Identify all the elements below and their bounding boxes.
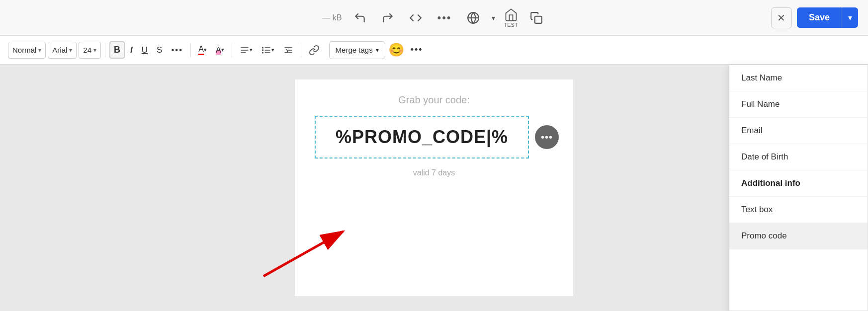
link-button[interactable]: [305, 42, 323, 58]
grab-text: Grab your code:: [398, 94, 469, 106]
dots-label: •••: [171, 45, 183, 55]
toolbar-right-actions: ✕ Save ▾: [771, 7, 858, 28]
dropdown-item-full-name[interactable]: Full Name: [729, 91, 868, 118]
divider-4: [301, 43, 301, 57]
highlight-icon: A: [216, 46, 221, 55]
more-options-button[interactable]: •••: [434, 8, 454, 27]
date-of-birth-label: Date of Birth: [741, 152, 788, 162]
save-button-wrapper: Save ▾: [797, 7, 858, 28]
size-label: 24: [83, 46, 91, 54]
divider-1: [105, 43, 105, 57]
dropdown-item-text-box[interactable]: Text box: [729, 197, 868, 223]
list-icon: [261, 45, 271, 55]
valid-text: valid 7 days: [413, 168, 455, 177]
indent-button[interactable]: [280, 43, 297, 58]
underline-label: U: [142, 45, 148, 55]
more-format-button[interactable]: •••: [168, 43, 186, 58]
save-button[interactable]: Save: [797, 7, 842, 28]
align-button[interactable]: ▾: [236, 43, 256, 58]
bold-label: B: [114, 45, 120, 55]
highlight-button[interactable]: A ▾: [212, 43, 228, 57]
svg-rect-2: [534, 16, 541, 23]
svg-point-9: [262, 47, 263, 48]
dropdown-item-additional-info[interactable]: Additional info: [729, 170, 868, 197]
close-button[interactable]: ✕: [771, 7, 792, 28]
svg-point-10: [262, 50, 263, 51]
style-select[interactable]: Normal ▾: [8, 42, 46, 59]
dropdown-item-email[interactable]: Email: [729, 118, 868, 144]
globe-button[interactable]: [464, 8, 483, 27]
dropdown-item-last-name[interactable]: Last Name: [729, 65, 868, 91]
text-box-label: Text box: [741, 205, 773, 215]
list-button[interactable]: ▾: [258, 43, 278, 58]
font-color-icon: A: [198, 45, 204, 55]
promo-code-label: Promo code: [741, 231, 787, 241]
font-color-button[interactable]: A ▾: [195, 42, 210, 58]
test-label: TEST: [504, 22, 518, 28]
promo-code-text: %PROMO_CODE|%: [336, 127, 508, 148]
size-select[interactable]: 24 ▾: [79, 42, 101, 59]
strike-label: S: [157, 45, 162, 55]
divider-2: [190, 43, 191, 57]
align-chevron: ▾: [250, 47, 253, 53]
editor-canvas: Grab your code: %PROMO_CODE|% ••• valid …: [295, 79, 573, 296]
more-dots-icon: •••: [541, 132, 553, 143]
italic-button[interactable]: I: [127, 43, 136, 58]
bold-button[interactable]: B: [109, 41, 125, 59]
merge-tags-dropdown: Last Name Full Name Email Date of Birth …: [729, 65, 868, 311]
list-chevron: ▾: [271, 47, 274, 53]
top-toolbar: — kB ••• ▾: [0, 0, 868, 36]
style-label: Normal: [12, 46, 36, 54]
size-chevron: ▾: [93, 47, 96, 54]
copy-button[interactable]: [527, 8, 546, 27]
indent-icon: [283, 45, 293, 55]
additional-info-label: Additional info: [741, 178, 800, 188]
italic-label: I: [130, 45, 133, 55]
underline-button[interactable]: U: [138, 43, 151, 58]
style-chevron: ▾: [38, 47, 41, 54]
font-select[interactable]: Arial ▾: [48, 42, 77, 59]
more-toolbar-button[interactable]: •••: [407, 42, 427, 58]
svg-point-11: [262, 52, 263, 53]
test-button[interactable]: TEST: [504, 8, 518, 28]
emoji-button[interactable]: 😊: [387, 41, 405, 59]
merge-tags-button[interactable]: Merge tags ▾: [329, 41, 385, 59]
editor-area: Grab your code: %PROMO_CODE|% ••• valid …: [0, 65, 868, 311]
last-name-label: Last Name: [741, 73, 782, 83]
dropdown-item-date-of-birth[interactable]: Date of Birth: [729, 144, 868, 170]
code-button[interactable]: [406, 8, 425, 27]
font-color-chevron: ▾: [204, 47, 207, 53]
align-icon: [240, 45, 250, 55]
merge-tags-label: Merge tags: [336, 46, 373, 54]
link-icon: [309, 45, 320, 56]
divider-3: [232, 43, 232, 57]
dropdown-item-promo-code[interactable]: Promo code: [729, 223, 868, 249]
full-name-label: Full Name: [741, 99, 780, 109]
format-toolbar: Normal ▾ Arial ▾ 24 ▾ B I U S ••• A ▾ A …: [0, 36, 868, 65]
promo-box[interactable]: %PROMO_CODE|%: [315, 116, 529, 158]
save-dropdown-button[interactable]: ▾: [842, 7, 858, 28]
promo-more-button[interactable]: •••: [535, 125, 559, 149]
kb-label: — kB: [322, 13, 342, 22]
email-label: Email: [741, 126, 763, 136]
toolbar-center-actions: — kB ••• ▾: [322, 8, 545, 28]
font-label: Arial: [52, 46, 67, 54]
font-chevron: ▾: [69, 47, 72, 54]
strikethrough-button[interactable]: S: [153, 43, 166, 58]
merge-tags-chevron: ▾: [376, 47, 379, 54]
highlight-chevron: ▾: [221, 47, 224, 53]
undo-button[interactable]: [350, 8, 369, 27]
redo-button[interactable]: [378, 8, 397, 27]
